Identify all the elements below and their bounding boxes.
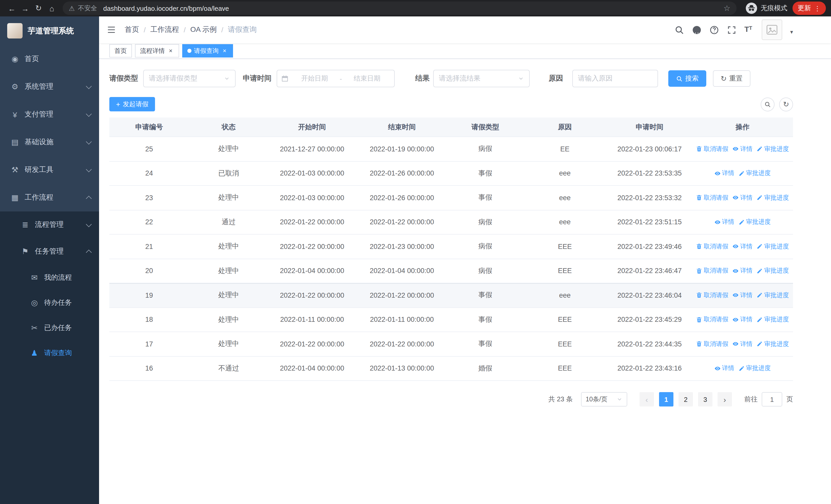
cell-actions: 取消请假详情审批进度 xyxy=(692,242,793,251)
search-button[interactable]: 搜索 xyxy=(668,70,706,87)
sidebar-item-my-process[interactable]: ✉我的流程 xyxy=(0,265,99,290)
end-date-input[interactable]: 结束日期 xyxy=(344,74,390,83)
sidebar-item-leave-query[interactable]: ♟请假查询 xyxy=(0,340,99,365)
cell-status: 处理中 xyxy=(189,266,268,276)
detail-link[interactable]: 详情 xyxy=(733,242,752,251)
cancel-leave-link[interactable]: 取消请假 xyxy=(696,316,728,324)
close-tab-icon[interactable]: × xyxy=(221,48,228,54)
sidebar-item-todo-tasks[interactable]: ◎待办任务 xyxy=(0,290,99,315)
sidebar-item-infra[interactable]: ▤基础设施 xyxy=(0,128,99,156)
forward-icon[interactable]: → xyxy=(19,4,32,12)
page-2-button[interactable]: 2 xyxy=(679,392,693,407)
menu-dots-icon[interactable]: ⋮ xyxy=(814,4,821,12)
cancel-leave-link[interactable]: 取消请假 xyxy=(696,145,728,153)
approval-progress-link[interactable]: 审批进度 xyxy=(738,218,771,227)
tab-请假查询[interactable]: 请假查询× xyxy=(182,44,233,58)
reload-icon[interactable]: ↻ xyxy=(32,4,45,13)
bookmark-star-icon[interactable]: ☆ xyxy=(723,4,730,13)
font-size-icon[interactable]: TT xyxy=(744,25,752,35)
sidebar-item-devtools[interactable]: ⚒研发工具 xyxy=(0,156,99,184)
page-3-button[interactable]: 3 xyxy=(698,392,712,407)
reason-input[interactable]: 请输入原因 xyxy=(572,70,658,87)
result-select[interactable]: 请选择流结果 xyxy=(433,70,530,87)
cell-id: 18 xyxy=(109,316,189,324)
cancel-leave-link[interactable]: 取消请假 xyxy=(696,340,728,349)
page-1-button[interactable]: 1 xyxy=(659,392,674,407)
cancel-leave-link[interactable]: 取消请假 xyxy=(696,242,728,251)
leave-type-select[interactable]: 请选择请假类型 xyxy=(143,70,236,87)
sidebar-item-label: 首页 xyxy=(25,54,91,64)
avatar-caret-icon[interactable]: ▾ xyxy=(790,29,793,35)
cell-reason: EEE xyxy=(522,316,607,324)
approval-progress-link[interactable]: 审批进度 xyxy=(738,169,771,178)
detail-link[interactable]: 详情 xyxy=(714,169,734,178)
app-logo[interactable]: 芋道管理系统 xyxy=(0,17,99,45)
approval-progress-link[interactable]: 审批进度 xyxy=(756,316,789,324)
reset-button[interactable]: ↻ 重置 xyxy=(713,70,750,87)
approval-progress-link[interactable]: 审批进度 xyxy=(756,267,789,275)
column-header: 原因 xyxy=(522,122,607,131)
chat-icon: ✉ xyxy=(30,273,39,282)
tab-流程详情[interactable]: 流程详情× xyxy=(135,44,179,58)
address-bar[interactable]: ⚠ 不安全 dashboard.yudao.iocoder.cn/bpm/oa/… xyxy=(63,2,737,15)
approval-progress-link[interactable]: 审批进度 xyxy=(756,242,789,251)
yen-icon: ¥ xyxy=(10,110,20,119)
create-leave-button[interactable]: + 发起请假 xyxy=(109,97,155,111)
approval-progress-link[interactable]: 审批进度 xyxy=(756,340,789,349)
cancel-leave-link[interactable]: 取消请假 xyxy=(696,194,728,202)
search-icon[interactable] xyxy=(675,25,684,35)
github-icon[interactable] xyxy=(692,25,701,35)
sidebar-toggle-icon[interactable] xyxy=(106,25,116,34)
table-row: 22通过2022-01-22 00:00:002022-01-22 00:00:… xyxy=(109,210,793,235)
refresh-table-button[interactable]: ↻ xyxy=(779,97,793,111)
approval-progress-link[interactable]: 审批进度 xyxy=(756,194,789,202)
security-label[interactable]: 不安全 xyxy=(78,4,97,12)
detail-link[interactable]: 详情 xyxy=(733,316,752,324)
breadcrumb-item[interactable]: 工作流程 xyxy=(150,25,179,34)
detail-link[interactable]: 详情 xyxy=(733,145,752,153)
sidebar-item-home[interactable]: ◉首页 xyxy=(0,45,99,73)
detail-link[interactable]: 详情 xyxy=(733,267,752,275)
sidebar-item-payment[interactable]: ¥支付管理 xyxy=(0,100,99,128)
cancel-leave-link[interactable]: 取消请假 xyxy=(696,291,728,300)
approval-progress-link[interactable]: 审批进度 xyxy=(756,145,789,153)
detail-link[interactable]: 详情 xyxy=(714,218,734,227)
approval-progress-link[interactable]: 审批进度 xyxy=(738,364,771,373)
cell-start: 2022-01-11 00:00:00 xyxy=(268,316,356,324)
sidebar-item-system[interactable]: ⚙系统管理 xyxy=(0,73,99,100)
goto-page-input[interactable] xyxy=(762,392,782,407)
breadcrumb-item[interactable]: OA 示例 xyxy=(191,25,217,34)
detail-link[interactable]: 详情 xyxy=(733,340,752,349)
help-icon[interactable] xyxy=(709,25,719,35)
back-icon[interactable]: ← xyxy=(5,4,19,12)
avatar[interactable] xyxy=(762,20,782,40)
sidebar-item-task-mgmt[interactable]: ⚑任务管理 xyxy=(0,238,99,265)
fullscreen-icon[interactable] xyxy=(727,25,737,35)
detail-link[interactable]: 详情 xyxy=(714,364,734,373)
column-header: 申请编号 xyxy=(109,122,189,131)
close-tab-icon[interactable]: × xyxy=(167,48,174,54)
start-date-input[interactable]: 开始日期 xyxy=(291,74,338,83)
page-size-select[interactable]: 10条/页 xyxy=(581,392,627,407)
tab-首页[interactable]: 首页 xyxy=(109,44,132,58)
browser-menu-update-button[interactable]: 更新 ⋮ xyxy=(793,2,826,15)
chevron-down-icon xyxy=(86,111,92,117)
home-icon[interactable]: ⌂ xyxy=(45,4,58,12)
page-buttons: 123 xyxy=(654,392,712,407)
prev-page-button[interactable]: ‹ xyxy=(639,392,654,407)
breadcrumb-item[interactable]: 首页 xyxy=(125,25,139,34)
approval-progress-link[interactable]: 审批进度 xyxy=(756,291,789,300)
sidebar-item-workflow[interactable]: ▦工作流程 xyxy=(0,184,99,211)
cancel-leave-link[interactable]: 取消请假 xyxy=(696,267,728,275)
detail-link[interactable]: 详情 xyxy=(733,194,752,202)
table-row: 16不通过2022-01-04 00:00:002022-01-13 00:00… xyxy=(109,356,793,381)
toggle-search-button[interactable] xyxy=(761,97,775,111)
sidebar-item-process-mgmt[interactable]: ≣流程管理 xyxy=(0,211,99,238)
next-page-button[interactable]: › xyxy=(718,392,732,407)
sidebar-item-label: 流程管理 xyxy=(35,220,87,230)
sidebar-item-done-tasks[interactable]: ✂已办任务 xyxy=(0,315,99,340)
trash-icon xyxy=(696,243,702,250)
detail-link[interactable]: 详情 xyxy=(733,291,752,300)
url-text[interactable]: dashboard.yudao.iocoder.cn/bpm/oa/leave xyxy=(103,4,720,12)
apply-time-range-picker[interactable]: 开始日期 - 结束日期 xyxy=(277,70,395,87)
